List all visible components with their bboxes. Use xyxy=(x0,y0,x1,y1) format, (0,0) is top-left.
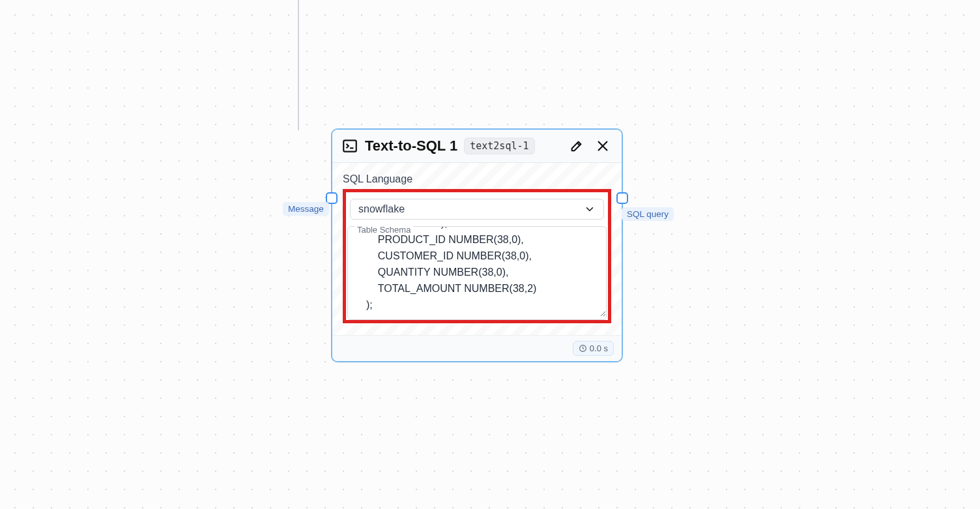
table-schema-label: Table Schema xyxy=(354,225,413,235)
sql-language-value: snowflake xyxy=(358,203,405,215)
close-button[interactable] xyxy=(593,136,612,156)
clock-icon xyxy=(579,344,587,353)
svg-rect-0 xyxy=(343,140,356,151)
node-slug: text2sql-1 xyxy=(464,138,534,154)
pencil-icon xyxy=(569,139,584,153)
input-port-label: Message xyxy=(283,202,329,216)
node-text-to-sql[interactable]: Message SQL query Text-to-SQL 1 text2sql… xyxy=(331,128,623,362)
table-schema-field: Table Schema xyxy=(347,226,607,320)
chevron-down-icon xyxy=(584,203,596,215)
output-port[interactable] xyxy=(616,192,628,204)
node-footer: 0.0 s xyxy=(332,335,622,361)
close-icon xyxy=(596,139,610,153)
sql-language-label: SQL Language xyxy=(343,173,611,185)
node-body: SQL Language snowflake Table Schema xyxy=(332,163,622,335)
highlight-region: snowflake Table Schema xyxy=(343,189,611,323)
timing-value: 0.0 s xyxy=(590,343,608,353)
node-title: Text-to-SQL 1 xyxy=(365,138,457,154)
timing-chip: 0.0 s xyxy=(573,341,614,356)
sql-language-select[interactable]: snowflake xyxy=(350,199,604,220)
edge-connector xyxy=(298,0,299,130)
edit-button[interactable] xyxy=(567,136,586,156)
table-schema-textarea[interactable] xyxy=(348,227,606,317)
terminal-icon xyxy=(341,138,358,154)
output-port-label: SQL query xyxy=(622,207,674,221)
node-header: Text-to-SQL 1 text2sql-1 xyxy=(332,130,622,163)
